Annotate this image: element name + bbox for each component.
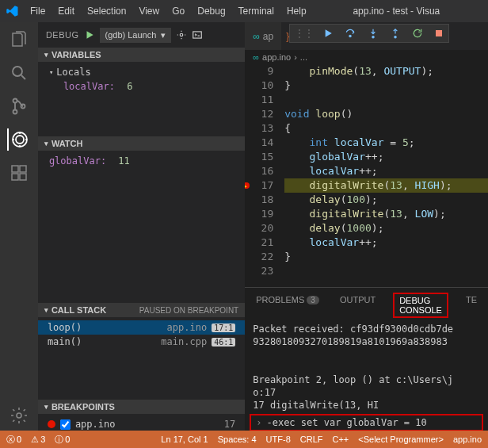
menu-help[interactable]: Help [280,2,313,20]
status-lang[interactable]: C++ [333,435,349,444]
status-info[interactable]: ⓘ 0 [55,434,70,446]
stack-frame[interactable]: main()main.cpp46:1 [38,335,245,349]
title-bar: FileEditSelectionViewGoDebugTerminalHelp… [0,0,488,22]
debug-header: DEBUG (gdb) Launch▾ [38,22,245,48]
bottom-panel: PROBLEMS3 OUTPUT DEBUG CONSOLE TE Packet… [245,287,488,435]
debug-toolbar[interactable]: ⋮⋮ [289,24,449,43]
code-editor[interactable]: 91011121314151617▶181920212223 pinMode(1… [245,64,488,287]
menu-debug[interactable]: Debug [191,2,231,20]
breakpoints-section[interactable]: ▾BREAKPOINTS [38,400,245,414]
menu-selection[interactable]: Selection [81,2,132,20]
debug-settings-icon[interactable] [176,29,187,40]
status-errors[interactable]: ⓧ 0 [6,434,21,446]
breakpoint-checkbox[interactable] [60,419,71,430]
svg-rect-7 [12,174,18,180]
debug-sidebar: DEBUG (gdb) Launch▾ ▾VARIABLES ▾Locals l… [38,22,245,435]
svg-point-10 [17,413,21,418]
output-tab[interactable]: OUTPUT [337,293,379,318]
step-into-icon[interactable] [368,28,379,39]
locals-scope[interactable]: ▾Locals [38,65,245,79]
watch-section[interactable]: ▾WATCH [38,136,245,151]
status-encoding[interactable]: UTF-8 [266,435,291,444]
svg-rect-6 [12,166,18,172]
svg-point-0 [13,67,22,76]
debug-console-tab[interactable]: DEBUG CONSOLE [393,293,448,318]
status-bar: ⓧ 0 ⚠ 3 ⓘ 0 Ln 17, Col 1 Spaces: 4 UTF-8… [0,431,488,448]
step-out-icon[interactable] [390,28,401,39]
menu-edit[interactable]: Edit [51,2,81,20]
status-eol[interactable]: CRLF [300,435,323,444]
debug-console-output[interactable]: Packet received: cf93df9300d0cdb7de93280… [245,318,488,412]
start-debug-icon[interactable] [84,29,95,40]
debug-label: DEBUG [46,30,79,40]
status-file[interactable]: app.ino [453,435,482,444]
debug-console-icon[interactable] [192,29,203,40]
svg-rect-12 [193,32,202,38]
svg-point-11 [181,33,184,36]
extensions-icon[interactable] [8,162,30,184]
svg-rect-16 [436,30,442,36]
search-icon[interactable] [8,62,30,84]
svg-point-4 [13,132,27,147]
restart-icon[interactable] [412,28,423,39]
svg-point-2 [13,110,17,114]
callstack-section[interactable]: ▾CALL STACKPAUSED ON BREAKPOINT [38,303,245,317]
menu-file[interactable]: File [24,2,51,20]
breakpoint-row[interactable]: app.ino 17 [38,417,245,431]
explorer-icon[interactable] [8,29,30,51]
status-spaces[interactable]: Spaces: 4 [218,435,257,444]
breadcrumb[interactable]: ∞ app.ino › ... [245,50,488,64]
stop-icon[interactable] [434,29,444,38]
debug-console-input[interactable]: › [250,414,483,431]
window-title: app.ino - test - Visua [315,6,483,17]
breakpoint-dot-icon [48,420,55,428]
settings-gear-icon[interactable] [8,404,30,427]
watch-row[interactable]: globalVar: 11 [38,154,245,168]
editor-tab[interactable]: ∞ap [245,22,281,50]
editor-area: ⋮⋮ ∞ap }launc ∞ app.ino › ... 9101112131… [245,22,488,435]
continue-icon[interactable] [322,28,333,39]
svg-rect-9 [20,166,26,172]
svg-point-15 [395,36,396,38]
menu-terminal[interactable]: Terminal [232,2,280,20]
panel-tabs: PROBLEMS3 OUTPUT DEBUG CONSOLE TE [245,288,488,318]
svg-point-5 [16,136,24,144]
variables-section[interactable]: ▾VARIABLES [38,48,245,62]
prompt-icon: › [256,417,261,428]
source-control-icon[interactable] [8,95,30,117]
svg-rect-8 [20,174,26,180]
svg-point-13 [349,35,351,36]
debug-icon[interactable] [7,128,29,151]
drag-grip-icon[interactable]: ⋮⋮ [295,28,314,39]
status-cursor[interactable]: Ln 17, Col 1 [161,435,208,444]
terminal-tab[interactable]: TE [463,293,480,318]
status-programmer[interactable]: <Select Programmer> [358,435,444,444]
stack-frame[interactable]: loop()app.ino17:1 [38,320,245,335]
arduino-icon: ∞ [253,52,259,62]
menu-go[interactable]: Go [166,2,191,20]
status-warnings[interactable]: ⚠ 3 [31,435,45,445]
step-over-icon[interactable] [344,28,356,39]
arduino-icon: ∞ [253,31,260,42]
menu-view[interactable]: View [132,2,166,20]
problems-tab[interactable]: PROBLEMS3 [253,293,322,318]
activity-bar [0,22,38,435]
variable-row[interactable]: localVar: 6 [38,79,245,94]
svg-point-1 [13,99,17,103]
vscode-icon [5,4,19,18]
svg-point-14 [372,36,374,38]
debug-config-select[interactable]: (gdb) Launch▾ [100,28,172,43]
console-input-field[interactable] [266,417,477,428]
